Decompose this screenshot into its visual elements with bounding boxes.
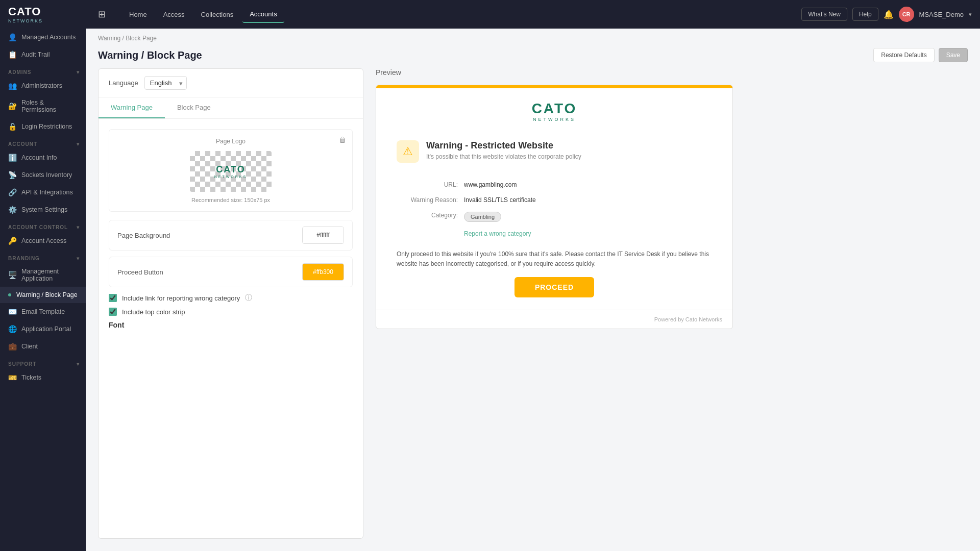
- nav-accounts[interactable]: Accounts: [242, 6, 284, 23]
- sidebar-item-audit-trail[interactable]: 📋 Audit Trail: [0, 46, 86, 63]
- report-row: Report a wrong category: [397, 226, 712, 241]
- restore-defaults-button[interactable]: Restore Defaults: [873, 48, 934, 62]
- preview-logo-area: CATO NETWORKS: [376, 88, 732, 130]
- preview-footer: Powered by Cato Networks: [376, 310, 732, 329]
- proceed-button-color-box[interactable]: #ffb300: [303, 264, 344, 280]
- settings-icon: ⚙️: [8, 206, 16, 214]
- sidebar-item-system-settings[interactable]: ⚙️ System Settings: [0, 201, 86, 218]
- username-label[interactable]: MSASE_Demo: [919, 11, 964, 18]
- sidebar-item-label: Roles & Permissions: [21, 99, 78, 113]
- preview-logo-text: CATO: [532, 101, 577, 117]
- warning-details: URL: www.gambling.com Warning Reason: In…: [376, 173, 732, 249]
- tab-block-page[interactable]: Block Page: [165, 97, 223, 118]
- sidebar-item-administrators[interactable]: 👥 Administrators: [0, 77, 86, 94]
- client-icon: 💼: [8, 342, 16, 350]
- delete-logo-button[interactable]: 🗑: [339, 136, 346, 144]
- font-section: Font: [109, 321, 353, 329]
- user-avatar[interactable]: CR: [899, 7, 914, 22]
- include-wrong-category-label: Include link for reporting wrong categor…: [122, 294, 240, 302]
- warning-triangle-icon: ⚠: [403, 145, 413, 158]
- info-icon-1[interactable]: ⓘ: [245, 293, 252, 303]
- sidebar-item-application-portal[interactable]: 🌐 Application Portal: [0, 320, 86, 338]
- sidebar-item-label: Managed Accounts: [21, 34, 76, 41]
- notification-bell-icon[interactable]: 🔔: [884, 10, 894, 19]
- logo-preview-text: CATO: [216, 164, 245, 175]
- page-background-label: Page Background: [117, 232, 302, 239]
- sidebar-item-label: Application Portal: [21, 325, 71, 333]
- api-icon: 🔗: [8, 188, 16, 196]
- sidebar-item-label: Tickets: [21, 374, 41, 381]
- management-app-icon: 🖥️: [8, 271, 16, 279]
- topbar: CATO NETWORKS ⊞ Home Access Collections …: [0, 0, 980, 29]
- sidebar-item-label: API & Integrations: [21, 189, 73, 196]
- sockets-icon: 📡: [8, 171, 16, 179]
- page-background-color-box[interactable]: #ffffff: [303, 227, 344, 243]
- chevron-down-icon: ▾: [969, 11, 972, 18]
- roles-icon: 🔐: [8, 102, 16, 110]
- administrators-icon: 👥: [8, 82, 16, 90]
- chevron-up-icon: ▾: [77, 224, 80, 230]
- email-template-icon: ✉️: [8, 308, 16, 316]
- proceed-button-row: Proceed Button #ffb300: [109, 257, 353, 287]
- proceed-button-swatch[interactable]: #ffb300: [302, 263, 344, 281]
- category-badge: Gambling: [464, 212, 501, 222]
- logo-preview-block: CATO NETWORKS: [214, 164, 247, 179]
- logo-area: CATO NETWORKS: [8, 5, 94, 23]
- whats-new-button[interactable]: What's New: [801, 8, 847, 21]
- sidebar-item-api-integrations[interactable]: 🔗 API & Integrations: [0, 184, 86, 201]
- sidebar-item-label: Sockets Inventory: [21, 171, 72, 179]
- include-top-color-strip-checkbox[interactable]: [109, 308, 117, 316]
- audit-trail-icon: 📋: [8, 51, 16, 59]
- sidebar-item-client[interactable]: 💼 Client: [0, 338, 86, 355]
- sidebar-item-account-access[interactable]: 🔑 Account Access: [0, 232, 86, 249]
- header-actions: Restore Defaults Save: [873, 48, 968, 62]
- sidebar-item-management-application[interactable]: 🖥️ Management Application: [0, 263, 86, 287]
- sidebar-item-roles-permissions[interactable]: 🔐 Roles & Permissions: [0, 94, 86, 118]
- tab-warning-page[interactable]: Warning Page: [99, 97, 165, 118]
- sidebar-item-label: Client: [21, 343, 38, 350]
- warning-box: ⚠ Warning - Restricted Website It's poss…: [376, 130, 732, 173]
- page-background-row: Page Background #ffffff: [109, 220, 353, 251]
- panel-tabs: Warning Page Block Page: [99, 97, 363, 119]
- sidebar-item-account-info[interactable]: ℹ️ Account Info: [0, 149, 86, 166]
- sidebar-item-warning-block-page[interactable]: Warning / Block Page: [0, 287, 86, 303]
- nav-access[interactable]: Access: [156, 7, 192, 22]
- preview-logo-sub: NETWORKS: [533, 117, 576, 122]
- language-select[interactable]: English: [144, 76, 187, 90]
- preview-logo-block: CATO NETWORKS: [532, 101, 577, 122]
- managed-accounts-icon: 👤: [8, 33, 16, 41]
- preview-title: Preview: [376, 68, 968, 77]
- proceed-button-label: Proceed Button: [117, 268, 302, 276]
- include-wrong-category-checkbox[interactable]: [109, 294, 117, 302]
- sidebar-item-email-template[interactable]: ✉️ Email Template: [0, 303, 86, 320]
- nav-home[interactable]: Home: [122, 7, 154, 22]
- include-top-color-strip-label: Include top color strip: [122, 308, 185, 316]
- category-label: Category:: [397, 212, 458, 219]
- topbar-right: What's New Help 🔔 CR MSASE_Demo ▾: [801, 7, 972, 22]
- sidebar-item-tickets[interactable]: 🎫 Tickets: [0, 369, 86, 386]
- sidebar-item-sockets-inventory[interactable]: 📡 Sockets Inventory: [0, 166, 86, 184]
- proceed-button[interactable]: PROCEED: [514, 277, 594, 297]
- breadcrumb: Warning / Block Page: [86, 29, 980, 44]
- main-layout: 👤 Managed Accounts 📋 Audit Trail ADMINS …: [0, 29, 980, 551]
- nav-collections[interactable]: Collections: [194, 7, 241, 22]
- logo-rec-text: Recommended size: 150x75 px: [117, 197, 344, 203]
- help-button[interactable]: Help: [852, 8, 878, 21]
- warning-icon-box: ⚠: [397, 140, 419, 163]
- font-title: Font: [109, 321, 353, 329]
- logo-section: 🗑 Page Logo CATO NETWORKS Recommended si…: [109, 129, 353, 212]
- sidebar-item-managed-accounts[interactable]: 👤 Managed Accounts: [0, 29, 86, 46]
- topbar-nav: Home Access Collections Accounts: [114, 6, 797, 23]
- sidebar-item-login-restrictions[interactable]: 🔒 Login Restrictions: [0, 118, 86, 135]
- sidebar-section-support: SUPPORT ▾: [0, 355, 86, 369]
- sidebar-item-label: Management Application: [21, 268, 78, 282]
- report-wrong-category-link[interactable]: Report a wrong category: [464, 230, 531, 237]
- save-button[interactable]: Save: [939, 48, 968, 62]
- sidebar-section-branding: BRANDING ▾: [0, 249, 86, 263]
- account-info-icon: ℹ️: [8, 154, 16, 162]
- page-background-swatch[interactable]: #ffffff: [302, 227, 344, 244]
- sidebar-item-label: Audit Trail: [21, 51, 50, 58]
- grid-icon[interactable]: ⊞: [98, 9, 106, 20]
- category-row: Category: Gambling: [397, 208, 712, 226]
- page-title: Warning / Block Page: [98, 49, 873, 61]
